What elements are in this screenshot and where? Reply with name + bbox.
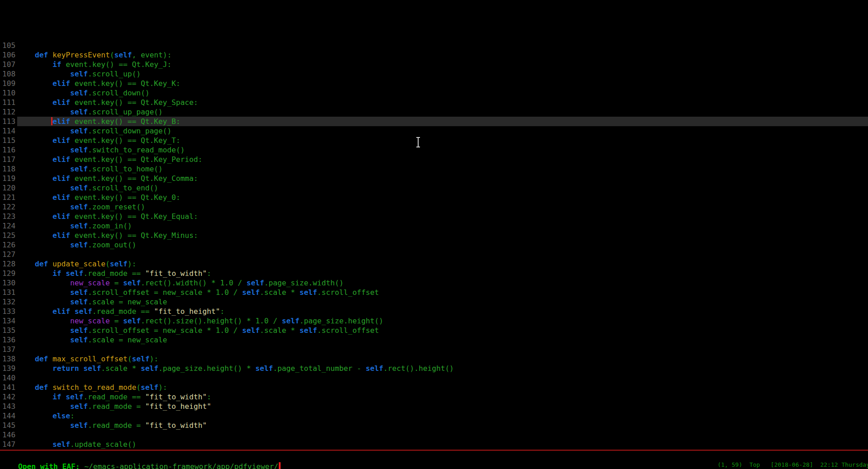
code-line-text: self.scroll_offset = new_scale * 1.0 / s… — [17, 288, 868, 297]
line-number: 130 — [0, 278, 17, 288]
code-line[interactable]: 136 self.scale = new_scale — [0, 335, 868, 345]
code-line[interactable]: 110 self.scroll_down() — [0, 88, 868, 98]
code-line[interactable]: 117 elif event.key() == Qt.Key_Period: — [0, 155, 868, 164]
minibuffer-prompt: Open with EAF: — [18, 462, 84, 469]
line-number: 135 — [0, 326, 17, 335]
line-number: 136 — [0, 335, 17, 345]
line-number: 106 — [0, 50, 17, 60]
code-line-text: elif event.key() == Qt.Key_K: — [17, 79, 868, 88]
code-line-text: elif event.key() == Qt.Key_0: — [17, 193, 868, 202]
line-number: 122 — [0, 202, 17, 212]
clipped-line: self.send_progress_message((self.scroll_… — [0, 19, 868, 22]
line-number: 115 — [0, 136, 17, 145]
code-line-text: self.update_scale() — [17, 440, 868, 449]
line-number: 142 — [0, 392, 17, 402]
code-line-text: self.switch_to_read_mode() — [17, 145, 868, 155]
line-number: 119 — [0, 174, 17, 183]
line-number: 117 — [0, 155, 17, 164]
line-number: 111 — [0, 98, 17, 107]
line-number: 107 — [0, 60, 17, 69]
code-line[interactable]: 108 self.scroll_up() — [0, 69, 868, 79]
line-number: 134 — [0, 316, 17, 326]
code-line[interactable]: 124 self.zoom_in() — [0, 221, 868, 231]
code-line[interactable]: 121 elif event.key() == Qt.Key_0: — [0, 193, 868, 202]
code-line[interactable]: 119 elif event.key() == Qt.Key_Comma: — [0, 174, 868, 183]
code-line[interactable]: 112 self.scroll_up_page() — [0, 107, 868, 117]
code-line[interactable]: 130 new_scale = self.rect().width() * 1.… — [0, 278, 868, 288]
line-number: 109 — [0, 79, 17, 88]
code-line[interactable]: 139 return self.scale * self.page_size.h… — [0, 364, 868, 373]
code-line[interactable]: 113 elif event.key() == Qt.Key_B: — [0, 117, 868, 126]
code-line[interactable]: 106 def keyPressEvent(self, event): — [0, 50, 868, 60]
minibuffer-cursor — [279, 462, 281, 469]
code-line[interactable]: 140 — [0, 373, 868, 383]
code-line[interactable]: 135 self.scroll_offset = new_scale * 1.0… — [0, 326, 868, 335]
code-line[interactable]: 128 def update_scale(self): — [0, 259, 868, 269]
code-line-text: new_scale = self.rect().width() * 1.0 / … — [17, 278, 868, 288]
code-line-text: self.read_mode = "fit_to_height" — [17, 402, 868, 411]
code-line-text — [17, 373, 868, 383]
minibuffer[interactable]: Open with EAF: ~/emacs-application-frame… — [0, 452, 281, 462]
code-line[interactable]: 129 if self.read_mode == "fit_to_width": — [0, 269, 868, 278]
code-line[interactable]: 138 def max_scroll_offset(self): — [0, 354, 868, 364]
code-line[interactable]: 115 elif event.key() == Qt.Key_T: — [0, 136, 868, 145]
line-number: 116 — [0, 145, 17, 155]
minibuffer-input[interactable]: ~/emacs-application-framework/app/pdfvie… — [84, 462, 278, 469]
modeline-rule — [0, 450, 868, 451]
line-number: 131 — [0, 288, 17, 297]
code-line[interactable]: 146 — [0, 430, 868, 440]
code-line-text: elif event.key() == Qt.Key_Equal: — [17, 212, 868, 221]
code-line[interactable]: 114 self.scroll_down_page() — [0, 126, 868, 136]
line-number: 133 — [0, 307, 17, 316]
code-line[interactable]: 141 def switch_to_read_mode(self): — [0, 383, 868, 392]
code-editor[interactable]: self.send_progress_message((self.scroll_… — [0, 0, 868, 450]
code-line[interactable]: 120 self.scroll_to_end() — [0, 183, 868, 193]
code-line[interactable]: 134 new_scale = self.rect().size().heigh… — [0, 316, 868, 326]
code-line-text: def update_scale(self): — [17, 259, 868, 269]
line-number: 143 — [0, 402, 17, 411]
code-line-text: self.scroll_offset = new_scale * 1.0 / s… — [17, 326, 868, 335]
code-lines: 105106 def keyPressEvent(self, event):10… — [0, 41, 868, 450]
code-line-text — [17, 345, 868, 354]
code-line-text: elif self.read_mode == "fit_to_height": — [17, 307, 868, 316]
code-line[interactable]: 107 if event.key() == Qt.Key_J: — [0, 60, 868, 69]
code-line-text: def keyPressEvent(self, event): — [17, 50, 868, 60]
code-line[interactable]: 147 self.update_scale() — [0, 440, 868, 449]
code-line-text: self.scroll_down() — [17, 88, 868, 98]
code-line[interactable]: 133 elif self.read_mode == "fit_to_heigh… — [0, 307, 868, 316]
code-line[interactable]: 109 elif event.key() == Qt.Key_K: — [0, 79, 868, 88]
code-line[interactable]: 137 — [0, 345, 868, 354]
line-number: 118 — [0, 164, 17, 174]
code-line[interactable]: 144 else: — [0, 411, 868, 421]
code-line[interactable]: 118 self.scroll_to_home() — [0, 164, 868, 174]
line-number: 128 — [0, 259, 17, 269]
text-cursor — [51, 117, 52, 125]
code-line[interactable]: 127 — [0, 250, 868, 259]
code-line[interactable]: 131 self.scroll_offset = new_scale * 1.0… — [0, 288, 868, 297]
line-number: 123 — [0, 212, 17, 221]
line-number: 132 — [0, 297, 17, 307]
line-number: 140 — [0, 373, 17, 383]
code-line[interactable]: 126 self.zoom_out() — [0, 240, 868, 250]
code-line-text: if self.read_mode == "fit_to_width": — [17, 392, 868, 402]
line-number: 124 — [0, 221, 17, 231]
code-line-text: self.scale = new_scale — [17, 297, 868, 307]
code-line[interactable]: 111 elif event.key() == Qt.Key_Space: — [0, 98, 868, 107]
code-line[interactable]: 105 — [0, 41, 868, 50]
code-line-text: self.scroll_down_page() — [17, 126, 868, 136]
code-line-text: def max_scroll_offset(self): — [17, 354, 868, 364]
code-line[interactable]: 122 self.zoom_reset() — [0, 202, 868, 212]
line-number: 146 — [0, 430, 17, 440]
code-line[interactable]: 125 elif event.key() == Qt.Key_Minus: — [0, 231, 868, 240]
code-line-text — [17, 41, 868, 50]
line-number: 147 — [0, 440, 17, 449]
code-line[interactable]: 132 self.scale = new_scale — [0, 297, 868, 307]
code-line[interactable]: 142 if self.read_mode == "fit_to_width": — [0, 392, 868, 402]
code-line[interactable]: 116 self.switch_to_read_mode() — [0, 145, 868, 155]
line-number: 110 — [0, 88, 17, 98]
line-number: 138 — [0, 354, 17, 364]
code-line[interactable]: 145 self.read_mode = "fit_to_width" — [0, 421, 868, 430]
code-line[interactable]: 143 self.read_mode = "fit_to_height" — [0, 402, 868, 411]
code-line[interactable]: 123 elif event.key() == Qt.Key_Equal: — [0, 212, 868, 221]
line-number: 129 — [0, 269, 17, 278]
